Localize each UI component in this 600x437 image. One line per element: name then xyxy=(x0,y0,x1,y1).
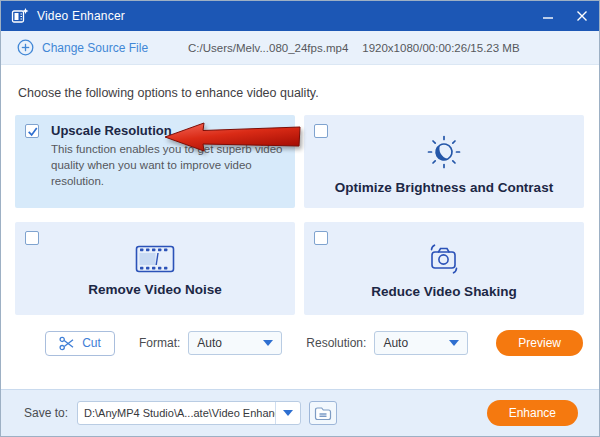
preview-button[interactable]: Preview xyxy=(496,330,583,356)
format-dropdown[interactable]: Auto xyxy=(188,331,282,355)
option-title-reduce-shaking: Reduce Video Shaking xyxy=(371,284,516,299)
optimize-brightness-checkbox[interactable] xyxy=(314,124,328,138)
folder-icon xyxy=(314,406,332,421)
camera-shake-icon xyxy=(425,243,463,275)
red-arrow-annotation xyxy=(162,121,304,153)
resolution-value: Auto xyxy=(383,336,449,350)
save-path-value: D:\AnyMP4 Studio\A...ate\Video Enhancer xyxy=(78,407,275,419)
save-to-label: Save to: xyxy=(24,406,68,420)
resolution-label: Resolution: xyxy=(306,336,366,350)
minimize-icon xyxy=(542,10,554,22)
change-source-file-button[interactable]: Change Source File xyxy=(17,39,148,56)
enhance-button[interactable]: Enhance xyxy=(487,400,578,426)
option-card-optimize-brightness[interactable]: Optimize Brightness and Contrast xyxy=(304,115,584,208)
option-card-reduce-shaking[interactable]: Reduce Video Shaking xyxy=(304,222,584,315)
source-file-info: 1920x1080/00:00:26/15.23 MB xyxy=(362,42,519,54)
option-title-optimize-brightness: Optimize Brightness and Contrast xyxy=(335,180,553,195)
minimize-button[interactable] xyxy=(531,1,565,31)
close-button[interactable] xyxy=(565,1,599,31)
option-card-upscale-resolution[interactable]: Upscale Resolution This function enables… xyxy=(15,115,295,208)
scissors-icon xyxy=(59,336,75,351)
source-file-path: C:/Users/Melv...080_24fps.mp4 xyxy=(188,42,348,54)
instruction-text: Choose the following options to enhance … xyxy=(18,86,319,100)
enhance-options-grid: Upscale Resolution This function enables… xyxy=(15,115,584,315)
checkmark-icon xyxy=(27,126,38,137)
cut-button-label: Cut xyxy=(82,336,101,350)
source-file-bar: Change Source File C:/Users/Melv...080_2… xyxy=(1,31,599,65)
window-title: Video Enhancer xyxy=(37,9,125,23)
browse-folder-button[interactable] xyxy=(309,401,337,425)
plus-circle-icon xyxy=(17,39,34,56)
video-enhancer-window: Video Enhancer Change Source File xyxy=(0,0,600,437)
dropdown-arrow-icon xyxy=(263,340,273,346)
change-source-file-label: Change Source File xyxy=(42,41,148,55)
option-title-remove-noise: Remove Video Noise xyxy=(88,282,221,297)
app-logo-icon xyxy=(11,7,29,25)
reduce-shaking-checkbox[interactable] xyxy=(314,231,328,245)
option-card-remove-noise[interactable]: Remove Video Noise xyxy=(15,222,295,315)
cut-button[interactable]: Cut xyxy=(45,331,115,356)
save-bar: Save to: D:\AnyMP4 Studio\A...ate\Video … xyxy=(1,389,599,436)
upscale-resolution-checkbox[interactable] xyxy=(25,124,39,138)
save-path-field[interactable]: D:\AnyMP4 Studio\A...ate\Video Enhancer xyxy=(77,401,301,425)
format-value: Auto xyxy=(197,336,263,350)
dropdown-arrow-icon xyxy=(283,410,293,416)
film-frames-icon xyxy=(135,245,175,273)
title-bar: Video Enhancer xyxy=(1,1,599,31)
output-toolbar: Cut Format: Auto Resolution: Auto Previe… xyxy=(17,330,583,356)
format-label: Format: xyxy=(139,336,180,350)
remove-noise-checkbox[interactable] xyxy=(25,231,39,245)
resolution-dropdown[interactable]: Auto xyxy=(374,331,468,355)
brightness-contrast-icon xyxy=(425,133,463,171)
dropdown-arrow-icon xyxy=(449,340,459,346)
save-path-dropdown[interactable] xyxy=(275,402,300,424)
close-icon xyxy=(576,10,588,22)
